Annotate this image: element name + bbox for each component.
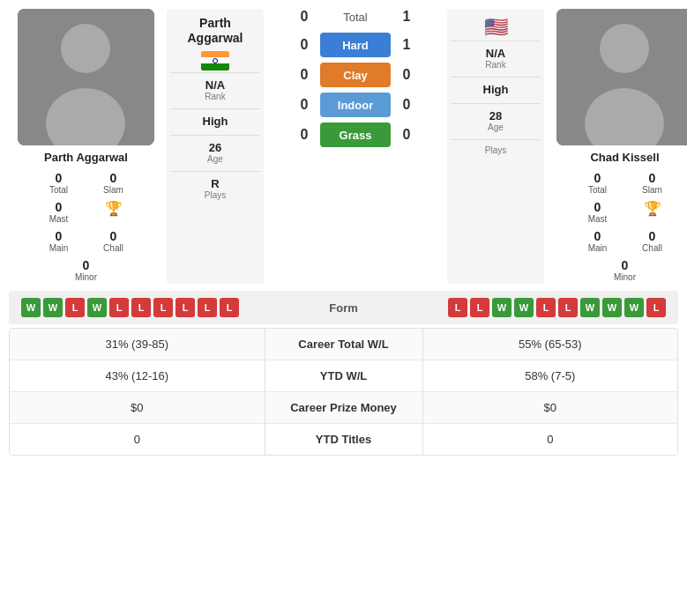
- svg-point-1: [61, 24, 110, 73]
- left-stat-slam: 0 Slam: [87, 169, 140, 197]
- left-age-block: 26 Age: [170, 135, 260, 169]
- right-stat-mast: 0 Mast: [571, 198, 624, 226]
- left-player-card: Parth Aggarwal 0 Total 0 Slam 0 Mast 🏆: [9, 9, 163, 284]
- form-badge-l: L: [536, 298, 556, 317]
- form-badge-l: L: [646, 298, 666, 317]
- form-badge-l: L: [109, 298, 129, 317]
- right-plays-block: Plays: [451, 139, 541, 160]
- form-badge-l: L: [153, 298, 173, 317]
- chakra: [213, 58, 218, 63]
- left-stat-main: 0 Main: [33, 227, 86, 255]
- stats-center-label-1: YTD W/L: [265, 360, 423, 391]
- hard-badge: Hard: [320, 33, 391, 57]
- center-area: 0 Total 1 0 Hard 1 0 Clay 0 0 Indoor 0 0: [267, 9, 444, 284]
- stats-left-val-1: 43% (12-16): [10, 360, 265, 391]
- form-badge-l: L: [448, 298, 467, 317]
- left-trophy-icon: 🏆: [87, 198, 140, 226]
- left-stat-total: 0 Total: [33, 169, 86, 197]
- stats-row-2: $0Career Prize Money$0: [10, 392, 677, 424]
- hard-row: 0 Hard 1: [271, 33, 440, 57]
- right-player-stats: 0 Total 0 Slam 0 Mast 🏆 0 Main: [548, 169, 687, 284]
- left-player-avatar: [18, 9, 154, 145]
- clay-badge: Clay: [320, 63, 391, 87]
- form-badge-l: L: [470, 298, 489, 317]
- form-badge-l: L: [65, 298, 85, 317]
- form-left: WWLWLLLLLL: [21, 298, 303, 317]
- form-badge-w: W: [602, 298, 622, 317]
- form-badge-l: L: [131, 298, 151, 317]
- form-badge-l: L: [198, 298, 217, 317]
- right-trophy-icon: 🏆: [626, 198, 679, 226]
- left-avatar-silhouette: [18, 9, 154, 145]
- right-stat-total: 0 Total: [571, 169, 624, 197]
- stats-right-val-3: 0: [423, 424, 678, 455]
- left-stat-minor: 0 Minor: [60, 256, 113, 284]
- form-badge-l: L: [220, 298, 239, 317]
- stats-left-val-0: 31% (39-85): [10, 329, 265, 360]
- grass-row: 0 Grass 0: [271, 122, 440, 147]
- right-player-name: Chad Kissell: [590, 151, 659, 164]
- stats-center-label-0: Career Total W/L: [265, 329, 423, 360]
- stats-row-0: 31% (39-85)Career Total W/L55% (65-53): [10, 329, 677, 360]
- stats-center-label-3: YTD Titles: [265, 424, 423, 455]
- right-stat-minor: 0 Minor: [599, 256, 652, 284]
- right-form-block: High: [451, 77, 541, 101]
- left-rank-block: N/A Rank: [170, 72, 260, 107]
- form-badge-w: W: [580, 298, 600, 317]
- main-container: Parth Aggarwal 0 Total 0 Slam 0 Mast 🏆: [0, 0, 687, 456]
- grass-badge: Grass: [320, 122, 391, 147]
- us-flag-icon: 🇺🇸: [484, 16, 508, 39]
- form-badge-w: W: [43, 298, 63, 317]
- stats-left-val-2: $0: [10, 392, 265, 423]
- right-rank-block: N/A Rank: [451, 41, 541, 75]
- right-player-avatar: [556, 9, 687, 145]
- form-section: WWLWLLLLLL Form LLWWLLWWWL: [9, 291, 678, 324]
- clay-row: 0 Clay 0: [271, 63, 440, 87]
- right-stat-slam: 0 Slam: [626, 169, 679, 197]
- form-label: Form: [309, 301, 379, 315]
- form-right: LLWWLLWWWL: [385, 298, 667, 317]
- stats-center-label-2: Career Prize Money: [265, 392, 423, 423]
- form-badge-w: W: [492, 298, 512, 317]
- left-player-name: Parth Aggarwal: [44, 151, 128, 164]
- svg-point-4: [600, 24, 649, 73]
- left-plays-block: R Plays: [170, 171, 260, 205]
- form-badge-w: W: [624, 298, 644, 317]
- right-avatar-silhouette: [556, 9, 687, 145]
- right-age-block: 28 Age: [451, 103, 541, 137]
- india-flag-icon: [201, 51, 229, 71]
- indoor-badge: Indoor: [320, 93, 391, 117]
- right-stat-main: 0 Main: [571, 227, 624, 255]
- right-player-card: Chad Kissell 0 Total 0 Slam 0 Mast 🏆: [548, 9, 687, 284]
- left-stat-chall: 0 Chall: [87, 227, 140, 255]
- form-badge-w: W: [21, 298, 41, 317]
- stats-right-val-0: 55% (65-53): [423, 329, 678, 360]
- left-stat-mast: 0 Mast: [33, 198, 86, 226]
- right-stat-chall: 0 Chall: [626, 227, 679, 255]
- form-badge-w: W: [87, 298, 107, 317]
- left-player-stats: 0 Total 0 Slam 0 Mast 🏆 0 Main: [9, 169, 163, 284]
- stats-table: 31% (39-85)Career Total W/L55% (65-53)43…: [9, 328, 678, 456]
- stats-row-3: 0YTD Titles0: [10, 424, 677, 455]
- form-badge-l: L: [558, 298, 578, 317]
- left-form-block: High: [170, 108, 260, 133]
- indoor-row: 0 Indoor 0: [271, 93, 440, 117]
- total-score-row: 0 Total 1: [271, 9, 440, 25]
- stats-row-1: 43% (12-16)YTD W/L58% (7-5): [10, 360, 677, 392]
- stats-left-val-3: 0: [10, 424, 265, 455]
- stats-right-val-1: 58% (7-5): [423, 360, 678, 391]
- right-info-panel: 🇺🇸 N/A Rank High 28 Age Plays: [447, 9, 544, 284]
- left-panel-name: Parth Aggarwal: [170, 16, 260, 46]
- stats-right-val-2: $0: [423, 392, 678, 423]
- form-badge-l: L: [175, 298, 195, 317]
- top-section: Parth Aggarwal 0 Total 0 Slam 0 Mast 🏆: [0, 0, 687, 284]
- form-badge-w: W: [514, 298, 534, 317]
- left-info-panel: Parth Aggarwal N/A Rank High 26 Age: [167, 9, 264, 284]
